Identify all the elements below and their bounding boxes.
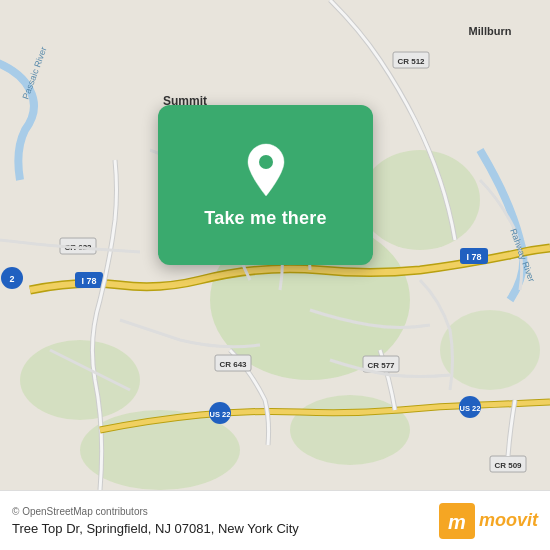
address-text: Tree Top Dr, Springfield, NJ 07081, New … bbox=[12, 521, 439, 536]
svg-text:CR 509: CR 509 bbox=[494, 461, 522, 470]
moovit-icon: m bbox=[439, 503, 475, 539]
location-card: Take me there bbox=[158, 105, 373, 265]
location-pin-icon bbox=[242, 142, 290, 198]
svg-text:US 22: US 22 bbox=[460, 404, 481, 413]
svg-point-6 bbox=[440, 310, 540, 390]
svg-text:CR 512: CR 512 bbox=[397, 57, 425, 66]
svg-point-31 bbox=[259, 155, 273, 169]
take-me-there-button[interactable]: Take me there bbox=[194, 208, 336, 229]
svg-text:US 22: US 22 bbox=[210, 410, 231, 419]
svg-text:m: m bbox=[448, 511, 466, 533]
moovit-logo: m moovit bbox=[439, 503, 538, 539]
svg-point-2 bbox=[360, 150, 480, 250]
svg-text:Millburn: Millburn bbox=[469, 25, 512, 37]
svg-text:2: 2 bbox=[9, 274, 14, 284]
svg-point-3 bbox=[20, 340, 140, 420]
svg-text:I 78: I 78 bbox=[466, 252, 481, 262]
bottom-bar: © OpenStreetMap contributors Tree Top Dr… bbox=[0, 490, 550, 550]
copyright-text: © OpenStreetMap contributors bbox=[12, 506, 439, 517]
moovit-brand-text: moovit bbox=[479, 510, 538, 531]
svg-text:I 78: I 78 bbox=[81, 276, 96, 286]
bottom-bar-info: © OpenStreetMap contributors Tree Top Dr… bbox=[12, 506, 439, 536]
map-container: I 78 I 78 CR 622 CR 512 US 22 US 22 CR 6… bbox=[0, 0, 550, 490]
svg-text:CR 643: CR 643 bbox=[219, 360, 247, 369]
svg-text:CR 577: CR 577 bbox=[367, 361, 395, 370]
